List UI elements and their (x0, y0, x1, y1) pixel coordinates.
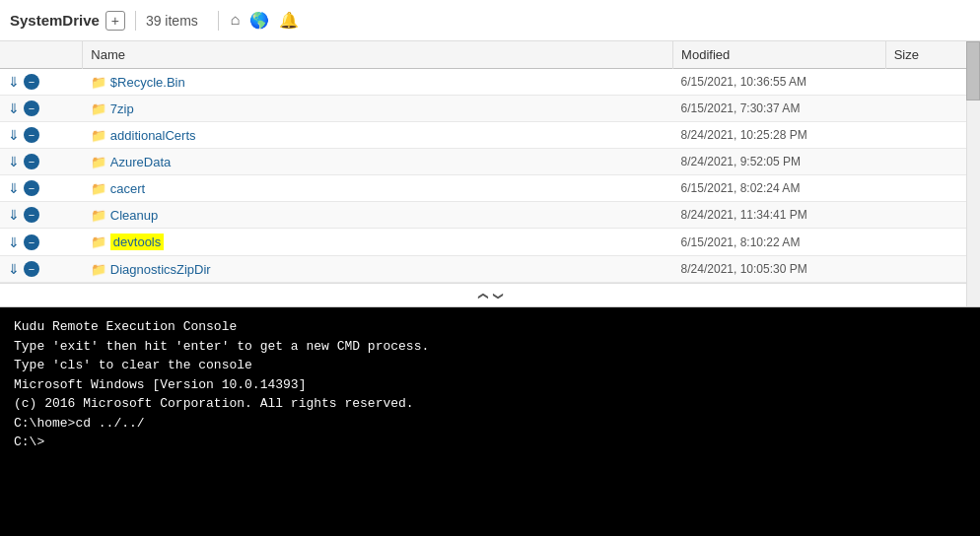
file-table: Name Modified Size ⇓ − 📁 $Recycle.Bin 6/… (0, 41, 980, 283)
table-row: ⇓ − 📁 devtools 6/15/2021, 8:10:22 AM (0, 229, 980, 256)
row-actions: ⇓ − (0, 256, 83, 283)
row-modified: 8/24/2021, 10:05:30 PM (673, 256, 886, 283)
download-icon[interactable]: ⇓ (8, 100, 20, 116)
remove-icon[interactable]: − (24, 74, 39, 90)
row-name: 📁 devtools (83, 229, 673, 256)
folder-icon: 📁 (91, 181, 106, 196)
download-icon[interactable]: ⇓ (8, 154, 20, 169)
action-icons: ⇓ − (8, 127, 75, 143)
file-name-cell: 📁 devtools (91, 234, 665, 250)
file-explorer: Name Modified Size ⇓ − 📁 $Recycle.Bin 6/… (0, 41, 980, 307)
header: SystemDrive + 39 items ⌂ 🌎 🔔 (0, 0, 980, 41)
table-header-row: Name Modified Size (0, 41, 980, 69)
terminal: Kudu Remote Execution ConsoleType 'exit'… (0, 307, 980, 536)
file-name-cell: 📁 7zip (91, 101, 665, 116)
row-name: 📁 additionalCerts (83, 122, 673, 149)
folder-icon: 📁 (91, 75, 106, 90)
remove-icon[interactable]: − (24, 180, 39, 196)
row-modified: 8/24/2021, 11:34:41 PM (673, 202, 886, 229)
drive-title: SystemDrive (10, 12, 100, 29)
file-link[interactable]: 7zip (110, 101, 134, 116)
sort-up-arrow[interactable]: ❮ (489, 292, 506, 300)
file-link[interactable]: Cleanup (110, 208, 158, 223)
col-modified: Modified (673, 41, 886, 69)
folder-icon: 📁 (91, 208, 106, 223)
download-icon[interactable]: ⇓ (8, 261, 20, 277)
table-row: ⇓ − 📁 DiagnosticsZipDir 8/24/2021, 10:05… (0, 256, 980, 283)
folder-icon: 📁 (91, 262, 106, 277)
terminal-line: Type 'exit' then hit 'enter' to get a ne… (14, 337, 966, 357)
download-icon[interactable]: ⇓ (8, 234, 20, 250)
row-actions: ⇓ − (0, 96, 83, 122)
row-modified: 8/24/2021, 10:25:28 PM (673, 122, 886, 149)
file-link[interactable]: additionalCerts (110, 128, 196, 143)
terminal-line: (c) 2016 Microsoft Corporation. All righ… (14, 394, 966, 414)
table-row: ⇓ − 📁 cacert 6/15/2021, 8:02:24 AM (0, 175, 980, 202)
terminal-line: Type 'cls' to clear the console (14, 356, 966, 375)
remove-icon[interactable]: − (24, 100, 39, 116)
folder-icon: 📁 (91, 155, 106, 169)
file-name-cell: 📁 cacert (91, 181, 665, 196)
folder-icon: 📁 (91, 101, 106, 116)
row-modified: 6/15/2021, 8:10:22 AM (673, 229, 886, 256)
terminal-line: Microsoft Windows [Version 10.0.14393] (14, 375, 966, 395)
scrollbar[interactable] (966, 41, 980, 306)
row-name: 📁 Cleanup (83, 202, 673, 229)
action-icons: ⇓ − (8, 74, 75, 90)
row-actions: ⇓ − (0, 175, 83, 202)
row-modified: 6/15/2021, 7:30:37 AM (673, 96, 886, 122)
action-icons: ⇓ − (8, 234, 75, 250)
row-name: 📁 cacert (83, 175, 673, 202)
table-row: ⇓ − 📁 additionalCerts 8/24/2021, 10:25:2… (0, 122, 980, 149)
file-link[interactable]: DiagnosticsZipDir (110, 262, 211, 277)
remove-icon[interactable]: − (24, 127, 39, 143)
download-icon[interactable]: ⇓ (8, 127, 20, 143)
action-icons: ⇓ − (8, 154, 75, 169)
remove-icon[interactable]: − (24, 234, 39, 250)
terminal-line: Kudu Remote Execution Console (14, 317, 966, 337)
file-name-cell: 📁 Cleanup (91, 208, 665, 223)
file-name-cell: 📁 AzureData (91, 155, 665, 169)
file-link[interactable]: devtools (110, 234, 164, 250)
row-modified: 6/15/2021, 10:36:55 AM (673, 69, 886, 96)
home-icon[interactable]: ⌂ (231, 12, 241, 30)
row-name: 📁 AzureData (83, 149, 673, 175)
table-row: ⇓ − 📁 7zip 6/15/2021, 7:30:37 AM (0, 96, 980, 122)
file-name-cell: 📁 $Recycle.Bin (91, 75, 665, 90)
scrollbar-thumb[interactable] (966, 41, 980, 100)
action-icons: ⇓ − (8, 207, 75, 223)
file-name-cell: 📁 additionalCerts (91, 128, 665, 143)
globe-icon[interactable]: 🌎 (249, 11, 269, 31)
terminal-line: C:\home>cd ../../ (14, 414, 966, 434)
download-icon[interactable]: ⇓ (8, 180, 20, 196)
item-count: 39 items (146, 13, 198, 29)
action-icons: ⇓ − (8, 180, 75, 196)
table-row: ⇓ − 📁 $Recycle.Bin 6/15/2021, 10:36:55 A… (0, 69, 980, 96)
action-icons: ⇓ − (8, 261, 75, 277)
row-name: 📁 $Recycle.Bin (83, 69, 673, 96)
bell-icon[interactable]: 🔔 (279, 11, 299, 31)
row-actions: ⇓ − (0, 69, 83, 96)
remove-icon[interactable]: − (24, 261, 39, 277)
add-button[interactable]: + (105, 11, 125, 31)
row-name: 📁 DiagnosticsZipDir (83, 256, 673, 283)
col-name: Name (83, 41, 673, 69)
folder-icon: 📁 (91, 128, 106, 143)
remove-icon[interactable]: − (24, 207, 39, 223)
table-row: ⇓ − 📁 Cleanup 8/24/2021, 11:34:41 PM (0, 202, 980, 229)
row-actions: ⇓ − (0, 202, 83, 229)
row-name: 📁 7zip (83, 96, 673, 122)
file-link[interactable]: $Recycle.Bin (110, 75, 185, 90)
row-actions: ⇓ − (0, 149, 83, 175)
folder-icon: 📁 (91, 234, 106, 249)
file-link[interactable]: cacert (110, 181, 145, 196)
row-modified: 8/24/2021, 9:52:05 PM (673, 149, 886, 175)
sort-arrows: ❮ ❮ (0, 283, 980, 307)
header-divider-2 (218, 11, 219, 31)
col-actions (0, 41, 83, 69)
file-link[interactable]: AzureData (110, 155, 171, 169)
download-icon[interactable]: ⇓ (8, 207, 20, 223)
download-icon[interactable]: ⇓ (8, 74, 20, 90)
file-name-cell: 📁 DiagnosticsZipDir (91, 262, 665, 277)
remove-icon[interactable]: − (24, 154, 39, 169)
